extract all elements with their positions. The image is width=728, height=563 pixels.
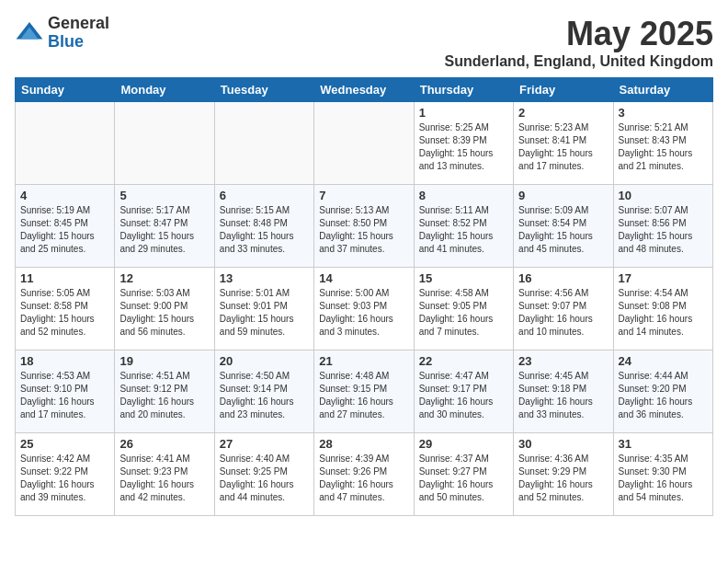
calendar-cell: 19Sunrise: 4:51 AMSunset: 9:12 PMDayligh… (115, 350, 214, 433)
day-number: 22 (419, 354, 508, 368)
calendar-cell: 15Sunrise: 4:58 AMSunset: 9:05 PMDayligh… (414, 268, 513, 350)
calendar-cell: 1Sunrise: 5:25 AMSunset: 8:39 PMDaylight… (414, 102, 513, 185)
day-number: 5 (119, 189, 209, 202)
day-info: Sunrise: 5:15 AMSunset: 8:48 PMDaylight:… (220, 204, 309, 256)
calendar-cell: 24Sunrise: 4:44 AMSunset: 9:20 PMDayligh… (613, 350, 712, 433)
day-info: Sunrise: 5:03 AMSunset: 9:00 PMDaylight:… (119, 287, 209, 339)
calendar-cell: 30Sunrise: 4:36 AMSunset: 9:29 PMDayligh… (514, 433, 613, 516)
day-number: 1 (419, 106, 508, 120)
day-info: Sunrise: 4:48 AMSunset: 9:15 PMDaylight:… (319, 370, 408, 421)
weekday-header-thursday: Thursday (414, 78, 513, 102)
title-area: May 2025 Sunderland, England, United Kin… (445, 15, 713, 70)
weekday-header-monday: Monday (115, 78, 214, 102)
calendar-cell: 31Sunrise: 4:35 AMSunset: 9:30 PMDayligh… (613, 433, 712, 516)
calendar-cell: 27Sunrise: 4:40 AMSunset: 9:25 PMDayligh… (214, 433, 313, 516)
day-info: Sunrise: 4:51 AMSunset: 9:12 PMDaylight:… (119, 370, 209, 421)
day-info: Sunrise: 4:47 AMSunset: 9:17 PMDaylight:… (419, 370, 508, 421)
calendar-subtitle: Sunderland, England, United Kingdom (445, 53, 713, 70)
day-info: Sunrise: 4:40 AMSunset: 9:25 PMDaylight:… (220, 453, 309, 504)
day-info: Sunrise: 4:36 AMSunset: 9:29 PMDaylight:… (518, 453, 608, 504)
day-info: Sunrise: 4:58 AMSunset: 9:05 PMDaylight:… (419, 287, 508, 339)
calendar-cell: 2Sunrise: 5:23 AMSunset: 8:41 PMDaylight… (514, 102, 613, 185)
day-number: 4 (20, 189, 109, 202)
calendar-cell (115, 102, 214, 185)
day-number: 16 (518, 271, 608, 285)
day-number: 3 (619, 106, 708, 120)
day-number: 25 (20, 437, 109, 451)
day-info: Sunrise: 5:23 AMSunset: 8:41 PMDaylight:… (518, 121, 608, 173)
weekday-header-saturday: Saturday (613, 78, 712, 102)
calendar-cell: 22Sunrise: 4:47 AMSunset: 9:17 PMDayligh… (414, 350, 513, 433)
calendar-row-2: 4Sunrise: 5:19 AMSunset: 8:45 PMDaylight… (16, 185, 713, 268)
day-info: Sunrise: 5:19 AMSunset: 8:45 PMDaylight:… (20, 204, 109, 256)
day-info: Sunrise: 4:35 AMSunset: 9:30 PMDaylight:… (619, 453, 708, 504)
calendar-cell: 18Sunrise: 4:53 AMSunset: 9:10 PMDayligh… (16, 350, 115, 433)
day-number: 10 (619, 189, 708, 202)
day-number: 27 (220, 437, 309, 451)
day-number: 6 (220, 189, 309, 202)
day-info: Sunrise: 5:00 AMSunset: 9:03 PMDaylight:… (319, 287, 408, 339)
logo-icon (15, 18, 44, 48)
calendar-cell (214, 102, 313, 185)
calendar-row-3: 11Sunrise: 5:05 AMSunset: 8:58 PMDayligh… (16, 268, 713, 350)
day-number: 28 (319, 437, 408, 451)
calendar-cell: 21Sunrise: 4:48 AMSunset: 9:15 PMDayligh… (314, 350, 414, 433)
day-number: 2 (518, 106, 608, 120)
calendar-cell (16, 102, 115, 185)
calendar-cell: 26Sunrise: 4:41 AMSunset: 9:23 PMDayligh… (115, 433, 214, 516)
day-info: Sunrise: 4:39 AMSunset: 9:26 PMDaylight:… (319, 453, 408, 504)
day-info: Sunrise: 4:53 AMSunset: 9:10 PMDaylight:… (20, 370, 109, 421)
calendar-cell: 17Sunrise: 4:54 AMSunset: 9:08 PMDayligh… (613, 268, 712, 350)
weekday-header-wednesday: Wednesday (314, 78, 414, 102)
day-number: 14 (319, 271, 408, 285)
calendar-cell: 13Sunrise: 5:01 AMSunset: 9:01 PMDayligh… (214, 268, 313, 350)
day-number: 17 (619, 271, 708, 285)
day-info: Sunrise: 5:21 AMSunset: 8:43 PMDaylight:… (619, 121, 708, 173)
day-info: Sunrise: 5:07 AMSunset: 8:56 PMDaylight:… (619, 204, 708, 256)
calendar-cell: 9Sunrise: 5:09 AMSunset: 8:54 PMDaylight… (514, 185, 613, 268)
header: General Blue May 2025 Sunderland, Englan… (15, 15, 713, 70)
calendar-cell: 14Sunrise: 5:00 AMSunset: 9:03 PMDayligh… (314, 268, 414, 350)
calendar-row-4: 18Sunrise: 4:53 AMSunset: 9:10 PMDayligh… (16, 350, 713, 433)
calendar-cell: 3Sunrise: 5:21 AMSunset: 8:43 PMDaylight… (613, 102, 712, 185)
calendar-cell: 5Sunrise: 5:17 AMSunset: 8:47 PMDaylight… (115, 185, 214, 268)
day-number: 13 (220, 271, 309, 285)
day-number: 8 (419, 189, 508, 202)
calendar-cell: 28Sunrise: 4:39 AMSunset: 9:26 PMDayligh… (314, 433, 414, 516)
day-info: Sunrise: 5:09 AMSunset: 8:54 PMDaylight:… (518, 204, 608, 256)
day-info: Sunrise: 4:45 AMSunset: 9:18 PMDaylight:… (518, 370, 608, 421)
day-info: Sunrise: 5:13 AMSunset: 8:50 PMDaylight:… (319, 204, 408, 256)
calendar-cell: 12Sunrise: 5:03 AMSunset: 9:00 PMDayligh… (115, 268, 214, 350)
day-number: 18 (20, 354, 109, 368)
calendar-cell: 6Sunrise: 5:15 AMSunset: 8:48 PMDaylight… (214, 185, 313, 268)
calendar-cell: 23Sunrise: 4:45 AMSunset: 9:18 PMDayligh… (514, 350, 613, 433)
weekday-header-row: SundayMondayTuesdayWednesdayThursdayFrid… (16, 78, 713, 102)
weekday-header-sunday: Sunday (16, 78, 115, 102)
day-info: Sunrise: 5:17 AMSunset: 8:47 PMDaylight:… (119, 204, 209, 256)
day-info: Sunrise: 4:44 AMSunset: 9:20 PMDaylight:… (619, 370, 708, 421)
day-info: Sunrise: 5:01 AMSunset: 9:01 PMDaylight:… (220, 287, 309, 339)
calendar-table: SundayMondayTuesdayWednesdayThursdayFrid… (15, 77, 713, 516)
day-number: 31 (619, 437, 708, 451)
day-number: 7 (319, 189, 408, 202)
calendar-title: May 2025 (445, 15, 713, 53)
day-number: 26 (119, 437, 209, 451)
day-number: 30 (518, 437, 608, 451)
calendar-row-5: 25Sunrise: 4:42 AMSunset: 9:22 PMDayligh… (16, 433, 713, 516)
calendar-row-1: 1Sunrise: 5:25 AMSunset: 8:39 PMDaylight… (16, 102, 713, 185)
calendar-cell: 11Sunrise: 5:05 AMSunset: 8:58 PMDayligh… (16, 268, 115, 350)
day-number: 24 (619, 354, 708, 368)
day-info: Sunrise: 5:25 AMSunset: 8:39 PMDaylight:… (419, 121, 508, 173)
calendar-cell: 16Sunrise: 4:56 AMSunset: 9:07 PMDayligh… (514, 268, 613, 350)
day-number: 15 (419, 271, 508, 285)
day-info: Sunrise: 5:05 AMSunset: 8:58 PMDaylight:… (20, 287, 109, 339)
weekday-header-tuesday: Tuesday (214, 78, 313, 102)
logo-blue-text: Blue (48, 33, 109, 52)
calendar-cell: 29Sunrise: 4:37 AMSunset: 9:27 PMDayligh… (414, 433, 513, 516)
day-number: 21 (319, 354, 408, 368)
day-info: Sunrise: 4:42 AMSunset: 9:22 PMDaylight:… (20, 453, 109, 504)
calendar-cell: 20Sunrise: 4:50 AMSunset: 9:14 PMDayligh… (214, 350, 313, 433)
logo: General Blue (15, 15, 109, 52)
calendar-cell: 8Sunrise: 5:11 AMSunset: 8:52 PMDaylight… (414, 185, 513, 268)
day-number: 11 (20, 271, 109, 285)
